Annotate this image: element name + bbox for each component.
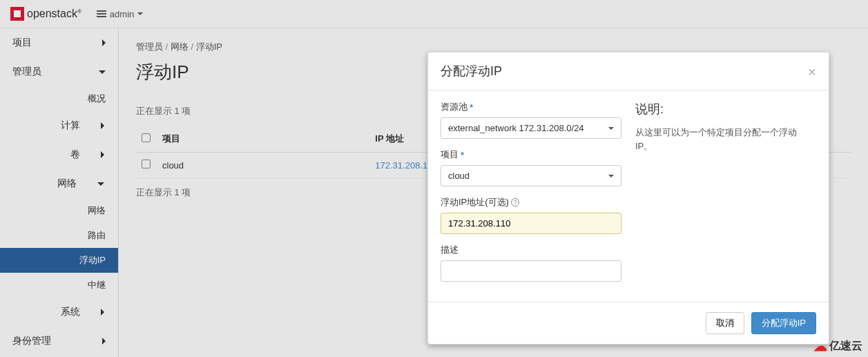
caret-down-icon: [608, 175, 614, 177]
select-value: cloud: [448, 171, 470, 181]
field-description: 描述: [441, 244, 621, 282]
cloud-icon: ☁: [813, 338, 827, 354]
label-description: 描述: [441, 244, 621, 256]
submit-button[interactable]: 分配浮动IP: [751, 312, 816, 334]
close-icon[interactable]: ×: [808, 64, 816, 79]
modal-description: 说明: 从这里可以为一个特定项目分配一个浮动 IP。: [635, 101, 816, 291]
modal-footer: 取消 分配浮动IP: [428, 302, 829, 344]
cancel-button[interactable]: 取消: [706, 312, 744, 334]
label-pool: 资源池*: [441, 101, 621, 113]
modal-header: 分配浮动IP ×: [428, 52, 829, 90]
input-description[interactable]: [441, 260, 621, 282]
help-icon[interactable]: ?: [511, 198, 519, 206]
description-text: 从这里可以为一个特定项目分配一个浮动 IP。: [635, 126, 816, 153]
modal-title: 分配浮动IP: [441, 63, 502, 79]
label-floating-ip: 浮动IP地址(可选) ?: [441, 196, 621, 209]
select-pool[interactable]: external_network 172.31.208.0/24: [441, 117, 621, 139]
description-heading: 说明:: [635, 101, 816, 117]
modal-body: 资源池* external_network 172.31.208.0/24 项目…: [428, 90, 829, 302]
caret-down-icon: [608, 127, 614, 130]
select-project[interactable]: cloud: [441, 165, 621, 186]
input-floating-ip[interactable]: [441, 213, 621, 234]
select-value: external_network 172.31.208.0/24: [448, 123, 584, 133]
modal-form: 资源池* external_network 172.31.208.0/24 项目…: [441, 101, 621, 291]
allocate-floating-ip-modal: 分配浮动IP × 资源池* external_network 172.31.20…: [427, 52, 829, 345]
field-project: 项目* cloud: [441, 148, 621, 186]
label-project: 项目*: [441, 148, 621, 161]
watermark: ☁ 亿速云: [813, 338, 862, 354]
watermark-text: 亿速云: [829, 339, 862, 354]
field-pool: 资源池* external_network 172.31.208.0/24: [441, 101, 621, 139]
field-floating-ip: 浮动IP地址(可选) ?: [441, 196, 621, 234]
